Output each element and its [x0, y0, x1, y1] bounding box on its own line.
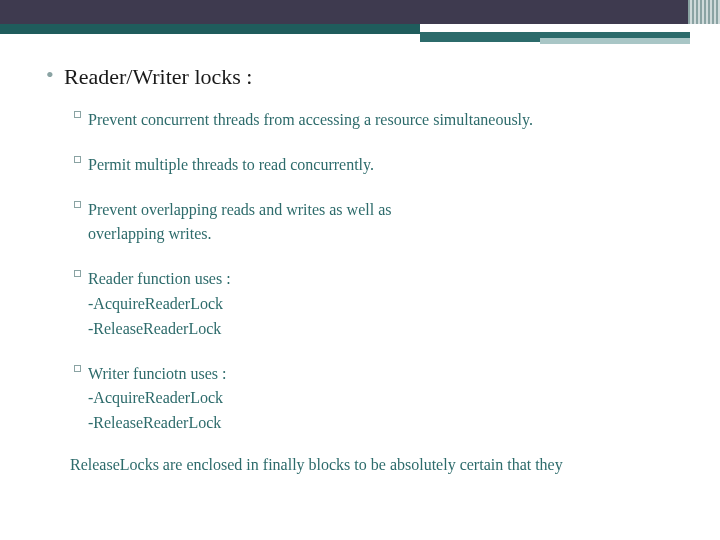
bullet-item: Writer funciotn uses : -AcquireReaderLoc… — [88, 362, 720, 436]
bullet-line: Prevent concurrent threads from accessin… — [88, 108, 720, 133]
bullet-line: -AcquireReaderLock — [88, 386, 720, 411]
bullet-item: Prevent overlapping reads and writes as … — [88, 198, 720, 248]
bullet-line: Prevent overlapping reads and writes as … — [88, 198, 720, 223]
bullet-item: Reader function uses : -AcquireReaderLoc… — [88, 267, 720, 341]
heading-level-1: Reader/Writer locks : — [64, 64, 720, 90]
bullet-line: -ReleaseReaderLock — [88, 317, 720, 342]
bullet-line: -AcquireReaderLock — [88, 292, 720, 317]
bullet-line: overlapping writes. — [88, 222, 720, 247]
bullet-line: Reader function uses : — [88, 267, 720, 292]
slide-content: Reader/Writer locks : Prevent concurrent… — [0, 46, 720, 474]
footnote-text: ReleaseLocks are enclosed in finally blo… — [70, 456, 720, 474]
bullet-item: Permit multiple threads to read concurre… — [88, 153, 720, 178]
bullet-line: Permit multiple threads to read concurre… — [88, 153, 720, 178]
bullet-item: Prevent concurrent threads from accessin… — [88, 108, 720, 133]
bullet-line: -ReleaseReaderLock — [88, 411, 720, 436]
bullet-line: Writer funciotn uses : — [88, 362, 720, 387]
slide-accent-band — [0, 24, 720, 46]
slide-top-bar — [0, 0, 720, 24]
